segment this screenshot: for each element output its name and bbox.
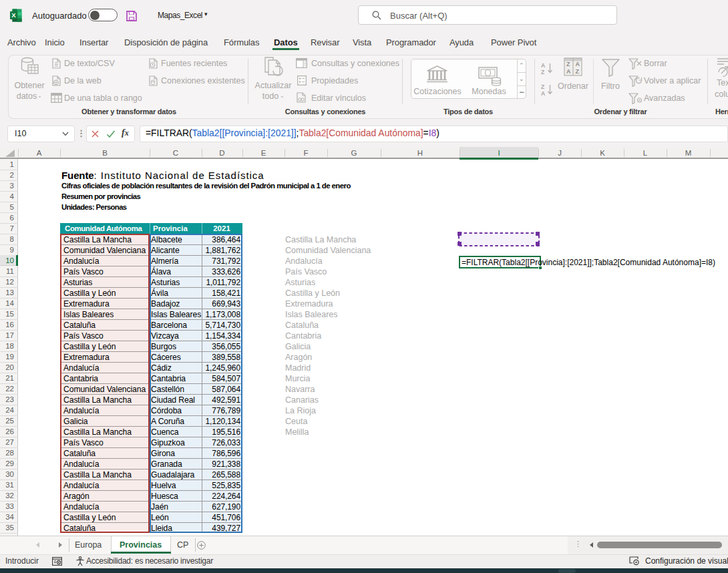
svg-text:Z: Z [541,83,544,90]
svg-text:Z: Z [566,61,570,67]
svg-text:A: A [576,61,580,67]
svg-text:X: X [11,11,16,19]
svg-text:A: A [541,90,545,97]
svg-text:A: A [566,68,571,75]
svg-text:Z: Z [576,68,580,75]
svg-text:A: A [541,62,545,69]
svg-text:Z: Z [541,69,544,75]
